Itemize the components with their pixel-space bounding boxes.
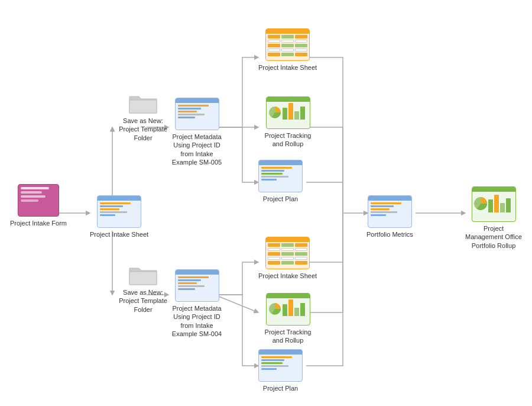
label-metadata-bot: Project Metadata Using Project ID from I… <box>167 304 226 338</box>
node-intake-sheet-bot: Project Intake Sheet <box>258 237 317 280</box>
node-metadata-bot: Project Metadata Using Project ID from I… <box>167 269 226 338</box>
card-tracking-bot <box>266 293 310 326</box>
node-folder-bot: Save as New: Project Template Folder <box>113 263 173 314</box>
label-plan-top: Project Plan <box>263 195 298 203</box>
card-tracking-top <box>266 96 310 129</box>
label-metadata-top: Project Metadata Using Project ID from I… <box>167 133 226 166</box>
node-intake-sheet-top: Project Intake Sheet <box>258 28 317 72</box>
diagram: Project Intake Form Project Intake Sheet… <box>0 0 532 406</box>
node-intake-form: Project Intake Form <box>10 184 67 227</box>
node-pmo-rollup: Project Management Office Portfolio Roll… <box>464 186 523 250</box>
card-intake-sheet-mid <box>97 195 141 228</box>
card-intake-sheet-bot <box>265 237 310 269</box>
card-pmo-rollup <box>472 186 516 222</box>
node-plan-top: Project Plan <box>258 160 303 203</box>
node-plan-bot: Project Plan <box>258 349 303 392</box>
label-intake-sheet-bot: Project Intake Sheet <box>258 272 317 280</box>
label-intake-form: Project Intake Form <box>10 219 67 227</box>
node-folder-top: Save as New: Project Template Folder <box>113 92 173 142</box>
label-plan-bot: Project Plan <box>263 384 298 392</box>
node-tracking-top: Project Tracking and Rollup <box>258 96 317 149</box>
label-intake-sheet-mid: Project Intake Sheet <box>90 230 148 239</box>
label-tracking-top: Project Tracking and Rollup <box>258 131 317 149</box>
card-intake-sheet-top <box>265 28 310 61</box>
label-intake-sheet-top: Project Intake Sheet <box>258 63 317 72</box>
node-intake-sheet-mid: Project Intake Sheet <box>90 195 148 239</box>
card-metadata-top <box>175 98 219 130</box>
card-plan-bot <box>258 349 303 382</box>
label-folder-bot: Save as New: Project Template Folder <box>113 288 173 314</box>
node-metadata-top: Project Metadata Using Project ID from I… <box>167 98 226 166</box>
folder-icon-bot <box>128 263 158 286</box>
card-intake-form <box>18 184 59 217</box>
card-metadata-bot <box>175 269 219 302</box>
card-portfolio-metrics <box>368 195 412 228</box>
label-folder-top: Save as New: Project Template Folder <box>113 117 173 142</box>
label-portfolio-metrics: Portfolio Metrics <box>366 230 413 239</box>
node-portfolio-metrics: Portfolio Metrics <box>366 195 413 239</box>
node-tracking-bot: Project Tracking and Rollup <box>258 293 317 345</box>
label-pmo-rollup: Project Management Office Portfolio Roll… <box>464 224 523 250</box>
label-tracking-bot: Project Tracking and Rollup <box>258 328 317 345</box>
folder-icon-top <box>128 92 158 114</box>
card-plan-top <box>258 160 303 192</box>
